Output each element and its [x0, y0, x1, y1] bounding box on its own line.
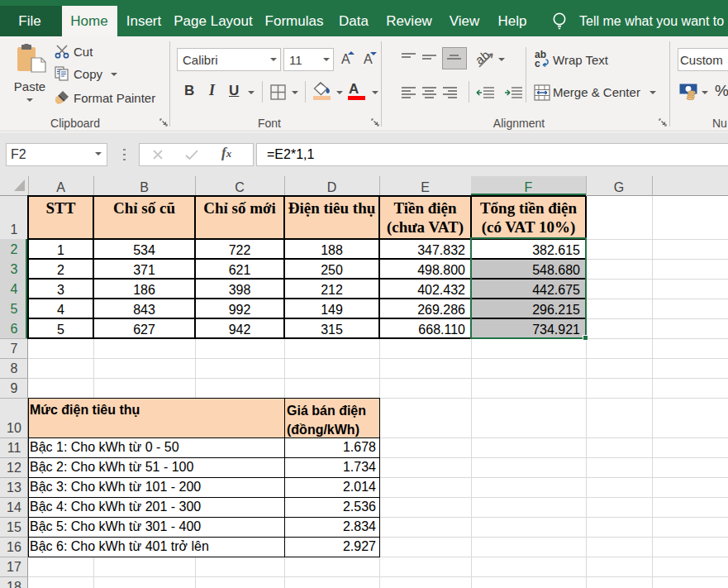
svg-text:c: c: [535, 58, 540, 69]
